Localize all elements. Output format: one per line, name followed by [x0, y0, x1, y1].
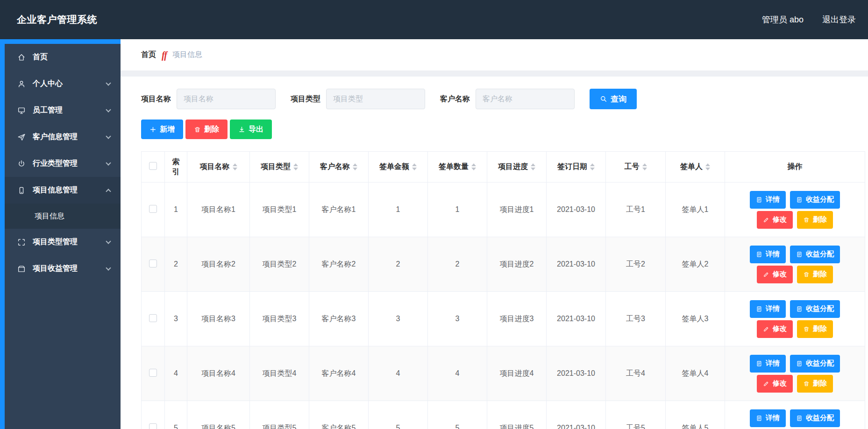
- cell-project-progress: 项目进度4: [487, 346, 547, 401]
- row-checkbox[interactable]: [149, 369, 157, 377]
- layout: 首页 个人中心 员工管理: [0, 39, 868, 429]
- select-all-checkbox[interactable]: [149, 162, 157, 170]
- sidebar-item-project-info-management[interactable]: 项目信息管理: [5, 177, 121, 204]
- project-name-input[interactable]: [177, 89, 276, 109]
- project-type-input[interactable]: [326, 89, 425, 109]
- sidebar-subitem-project-info[interactable]: 项目信息: [5, 204, 121, 229]
- edit-button[interactable]: 修改: [757, 375, 793, 393]
- cell-project-name: 项目名称2: [187, 237, 250, 292]
- column-header-project-name[interactable]: 项目名称: [187, 152, 250, 183]
- profit-allocation-button[interactable]: 收益分配: [790, 355, 840, 373]
- profit-allocation-button[interactable]: 收益分配: [790, 300, 840, 318]
- row-checkbox[interactable]: [149, 314, 157, 322]
- breadcrumb-home[interactable]: 首页: [141, 50, 156, 60]
- sort-icon[interactable]: [531, 163, 535, 170]
- sort-icon[interactable]: [471, 163, 476, 170]
- detail-button[interactable]: 详情: [750, 355, 786, 373]
- row-checkbox[interactable]: [149, 423, 157, 429]
- add-button[interactable]: 新增: [141, 120, 183, 139]
- cell-actions: 详情 收益分配 修改: [725, 401, 865, 429]
- cell-actions: 详情 收益分配 修改: [725, 237, 865, 292]
- cell-customer-name: 客户名称5: [309, 401, 369, 429]
- customer-name-input[interactable]: [476, 89, 575, 109]
- power-icon: [17, 159, 26, 169]
- search-label: 项目名称: [141, 94, 171, 104]
- sidebar-item-customer-info-management[interactable]: 客户信息管理: [5, 124, 121, 150]
- row-checkbox[interactable]: [149, 260, 157, 267]
- query-button[interactable]: 查询: [590, 89, 637, 109]
- profit-allocation-button[interactable]: 收益分配: [790, 246, 840, 263]
- app-title: 企业客户管理系统: [17, 13, 97, 26]
- search-group-project-name: 项目名称: [141, 89, 276, 109]
- column-header-signer[interactable]: 签单人: [666, 152, 725, 183]
- table-row: 2 项目名称2 项目类型2 客户名称2 2 2 项目进度2 2021-03-10…: [142, 237, 865, 292]
- table-body: 1 项目名称1 项目类型1 客户名称1 1 1 项目进度1 2021-03-10…: [142, 183, 865, 429]
- edit-icon: [763, 326, 769, 332]
- sort-icon[interactable]: [642, 163, 647, 170]
- cell-sign-amount: 4: [369, 346, 428, 401]
- column-header-customer-name[interactable]: 客户名称: [309, 152, 369, 183]
- detail-button[interactable]: 详情: [750, 191, 786, 209]
- table-row: 5 项目名称5 项目类型5 客户名称5 5 5 项目进度5 2021-03-10…: [142, 401, 865, 429]
- cell-signer: 签单人2: [666, 237, 725, 292]
- sidebar-item-industry-type-management[interactable]: 行业类型管理: [5, 150, 121, 177]
- sidebar-item-project-type-management[interactable]: 项目类型管理: [5, 229, 121, 255]
- cell-actions: 详情 收益分配 修改: [725, 292, 865, 346]
- sort-icon[interactable]: [705, 163, 710, 170]
- sidebar-item-personal-center[interactable]: 个人中心: [5, 70, 121, 97]
- logout-link[interactable]: 退出登录: [822, 14, 856, 25]
- cell-index: 5: [165, 401, 187, 429]
- cell-sign-amount: 3: [369, 292, 428, 346]
- sort-icon[interactable]: [412, 163, 417, 170]
- delete-row-button[interactable]: 删除: [797, 320, 833, 338]
- detail-button[interactable]: 详情: [750, 409, 786, 427]
- delete-row-button[interactable]: 删除: [797, 375, 833, 393]
- profit-allocation-button[interactable]: 收益分配: [790, 191, 840, 209]
- column-header-worker-id[interactable]: 工号: [606, 152, 666, 183]
- delete-row-button[interactable]: 删除: [797, 266, 833, 283]
- monitor-icon: [17, 106, 26, 115]
- cell-sign-date: 2021-03-10: [547, 237, 606, 292]
- column-header-project-type[interactable]: 项目类型: [250, 152, 309, 183]
- export-button[interactable]: 导出: [230, 120, 272, 139]
- cell-select: [142, 237, 165, 292]
- cell-select: [142, 401, 165, 429]
- sort-icon[interactable]: [590, 163, 595, 170]
- sort-icon[interactable]: [353, 163, 357, 170]
- column-header-sign-amount[interactable]: 签单金额: [369, 152, 428, 183]
- phone-icon: [17, 186, 26, 195]
- delete-button[interactable]: 删除: [185, 120, 228, 139]
- row-checkbox[interactable]: [149, 205, 157, 213]
- column-header-index: 索引: [165, 152, 187, 183]
- delete-row-button[interactable]: 删除: [797, 211, 833, 229]
- detail-button[interactable]: 详情: [750, 246, 786, 263]
- sort-icon[interactable]: [293, 163, 298, 170]
- edit-icon: [763, 217, 769, 223]
- column-header-sign-date[interactable]: 签订日期: [547, 152, 606, 183]
- document-icon: [796, 415, 803, 422]
- profit-allocation-button[interactable]: 收益分配: [790, 409, 840, 427]
- sidebar-item-employee-management[interactable]: 员工管理: [5, 97, 121, 124]
- sidebar-item-home[interactable]: 首页: [5, 44, 121, 70]
- chevron-up-icon: [106, 189, 111, 194]
- cell-project-name: 项目名称3: [187, 292, 250, 346]
- cell-project-type: 项目类型4: [250, 346, 309, 401]
- edit-button[interactable]: 修改: [757, 211, 793, 229]
- trash-icon: [803, 217, 810, 223]
- column-header-project-progress[interactable]: 项目进度: [487, 152, 547, 183]
- sidebar-item-project-profit-management[interactable]: 项目收益管理: [5, 255, 121, 282]
- cell-index: 1: [165, 183, 187, 237]
- edit-button[interactable]: 修改: [757, 320, 793, 338]
- search-icon: [600, 95, 607, 103]
- detail-button[interactable]: 详情: [750, 300, 786, 318]
- chevron-down-icon: [106, 134, 111, 139]
- edit-button[interactable]: 修改: [757, 266, 793, 283]
- cell-select: [142, 292, 165, 346]
- sort-icon[interactable]: [233, 163, 237, 170]
- search-group-customer-name: 客户名称: [440, 89, 575, 109]
- cell-sign-date: 2021-03-10: [547, 346, 606, 401]
- chevron-down-icon: [106, 80, 111, 85]
- cell-sign-amount: 1: [369, 183, 428, 237]
- search-group-project-type: 项目类型: [291, 89, 425, 109]
- column-header-sign-quantity[interactable]: 签单数量: [428, 152, 487, 183]
